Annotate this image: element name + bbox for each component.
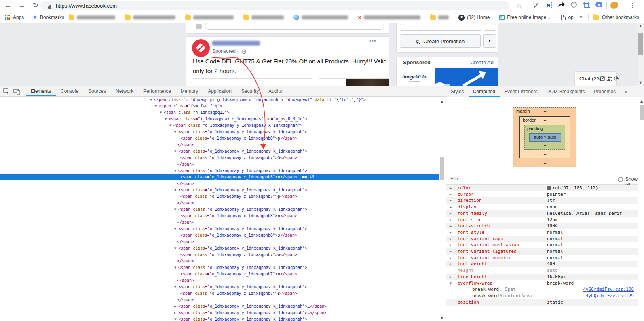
- computed-property-row[interactable]: ▶font-size12px: [446, 217, 638, 223]
- reload-button[interactable]: ↻: [31, 1, 40, 10]
- devtools-tab-network[interactable]: Network: [111, 86, 138, 96]
- devtools-tab-security[interactable]: Security: [236, 86, 264, 96]
- devtools-tab-console[interactable]: Console: [56, 86, 83, 96]
- chat-compose-icon[interactable]: [600, 76, 605, 83]
- sidebar-scrollbar[interactable]: ▲: [639, 97, 644, 321]
- dom-tree-row[interactable]: </span>: [0, 142, 439, 148]
- dom-tree-row[interactable]: ▼<span class="o_1dnxaqpnay y_1dnxaqpnav …: [0, 129, 439, 135]
- dom-tree-row[interactable]: ▼<span class="o_1dnxaqpnay y_1dnxaqpnav …: [0, 187, 439, 193]
- promotion-input-small[interactable]: [484, 24, 496, 31]
- devtools-tab-elements[interactable]: Elements: [26, 86, 56, 96]
- loading-extension-icon[interactable]: [571, 2, 577, 8]
- dom-tree-row[interactable]: </span>: [0, 277, 439, 284]
- page-scrollbar[interactable]: ▲ ▼: [638, 23, 644, 86]
- computed-property-row[interactable]: ▶cursorpointer: [446, 191, 638, 198]
- dom-tree-row[interactable]: </span>: [0, 219, 439, 226]
- sidebar-tab-properties[interactable]: Properties: [589, 86, 620, 97]
- devtools-tab-application[interactable]: Application: [203, 86, 236, 96]
- dom-tree-row[interactable]: ▼<span class="o_1dnxaqpnay y_1dnxaqpnav …: [0, 264, 439, 271]
- dom-tree-row[interactable]: <span class="o_1dnxaqpnay x_1dnxaqpnb8">…: [0, 174, 439, 180]
- computed-property-row[interactable]: ▼overflow-wrapbreak-word: [446, 280, 638, 287]
- bookmark-item[interactable]: op: [561, 15, 573, 20]
- device-toolbar-icon[interactable]: [13, 88, 20, 97]
- elements-scroll-thumb[interactable]: [440, 157, 444, 180]
- sidebar-tab-computed[interactable]: Computed: [469, 86, 500, 97]
- computed-property-row[interactable]: ▶line-height16.08px: [446, 274, 638, 280]
- dom-tree-row[interactable]: ▼<span class="o_1dnxaqpnay y_1dnxaqpnav …: [0, 284, 439, 290]
- comment-input[interactable]: [205, 23, 384, 30]
- dom-tree-row[interactable]: </span>: [0, 180, 439, 187]
- inspect-element-icon[interactable]: [3, 88, 10, 97]
- scroll-up-icon[interactable]: ▲: [639, 24, 642, 28]
- devtools-tab-sources[interactable]: Sources: [83, 86, 111, 96]
- scroll-down-icon[interactable]: ▼: [639, 81, 642, 84]
- dom-tree-row[interactable]: ▼<span class="o_1dnxaqpnay y_1dnxaqpnav …: [0, 206, 439, 213]
- browser-menu-icon[interactable]: [630, 2, 635, 10]
- promotion-input[interactable]: [400, 24, 481, 31]
- ad-banner[interactable]: imagekit.io: [397, 68, 498, 86]
- bookmark-item[interactable]: X: [358, 15, 420, 21]
- dom-tree-row[interactable]: </span>: [0, 239, 439, 245]
- share-extension-icon[interactable]: [558, 2, 565, 10]
- dom-tree-row[interactable]: <span class="o_1dnxaqpnay z_1dnxaqpnb7">…: [0, 252, 439, 258]
- redacted-page-name[interactable]: [212, 41, 260, 46]
- dom-tree-row[interactable]: ▼<span class="o_1dnxaqpnay y_1dnxaqpnav …: [0, 122, 439, 129]
- dom-tree-row[interactable]: </span>: [0, 161, 439, 168]
- forward-button[interactable]: →: [17, 1, 27, 10]
- dom-tree-row[interactable]: ▼<span class="o_1dnxaqpnay y_1dnxaqpnav …: [0, 316, 439, 321]
- other-bookmarks-label[interactable]: Other bookmarks: [602, 15, 639, 20]
- screenshot-extension-icon[interactable]: [583, 2, 590, 10]
- css-source-link[interactable]: 4yGQrdmiFzv.css:108: [583, 286, 634, 293]
- dom-tree-row[interactable]: <span class="o_1dnxaqpnay z_1dnxaqpnb7">…: [0, 155, 439, 161]
- page-scroll-thumb[interactable]: [638, 33, 643, 55]
- dom-tree-row[interactable]: ▼<span class="o_1dnxaqpnay y_1dnxaqpnav …: [0, 148, 439, 155]
- show-all-checkbox[interactable]: [618, 177, 623, 182]
- bookmark-item[interactable]: [125, 15, 175, 20]
- profile-avatar[interactable]: [610, 2, 618, 9]
- dom-tree-row[interactable]: <span class="o_1dnxaqpnay z_1dnxaqpnb7">…: [0, 271, 439, 277]
- filter-input[interactable]: [450, 176, 572, 182]
- dom-tree-row[interactable]: ▼<span class="m_1dnxaqp-pr g_1dnxaqr7nw …: [0, 97, 439, 103]
- bookmark-item[interactable]: [243, 15, 284, 20]
- computed-property-source-row[interactable]: break-word._5pat4yGQrdmiFzv.css:108: [446, 286, 638, 293]
- notes-extension-icon[interactable]: N: [545, 2, 552, 8]
- dom-tree-row[interactable]: <span class="o_1dnxaqpnay z_1dnxaqpnb7">…: [0, 193, 439, 200]
- computed-property-row[interactable]: ▶font-variant-east-asiannormal: [446, 242, 638, 248]
- back-button[interactable]: ←: [3, 1, 13, 10]
- computed-property-row[interactable]: ▶displaynone: [446, 204, 638, 210]
- dom-tree-row[interactable]: <span class="o_1dnxaqpnay z_1dnxaqpnb7">…: [0, 290, 439, 297]
- box-model-content[interactable]: auto × auto: [529, 133, 561, 142]
- computed-property-row[interactable]: ▶colorrgb(97, 103, 112): [446, 185, 638, 191]
- computed-property-row[interactable]: ▶font-stretch100%: [446, 223, 638, 229]
- computed-property-row[interactable]: ▶font-familyHelvetica, Arial, sans-serif: [446, 210, 638, 217]
- dom-tree-row[interactable]: </span>: [0, 258, 439, 264]
- dom-tree-row[interactable]: ▶<span class="o_1dnxaqpnay y_1dnxaqpnav …: [0, 310, 439, 316]
- computed-property-row[interactable]: ▶font-variant-capsnormal: [446, 236, 638, 242]
- dom-tree-row[interactable]: </span>: [0, 200, 439, 206]
- page-avatar[interactable]: [192, 39, 210, 57]
- dom-tree-row[interactable]: </span>: [0, 297, 439, 303]
- promotion-dropdown-button[interactable]: ▼: [483, 34, 496, 48]
- address-bar[interactable]: https://www.facebook.com: [40, 1, 509, 10]
- dom-tree-row[interactable]: ▼<span class="o_1dnxaqpnay y_1dnxaqpnav …: [0, 168, 439, 174]
- scroll-up-icon[interactable]: ▲: [640, 99, 643, 103]
- dom-tree-row[interactable]: ▼<span class="o_1dnxaqpnay y_1dnxaqpnav …: [0, 226, 439, 232]
- scroll-down-icon[interactable]: ▼: [441, 316, 443, 320]
- post-menu-icon[interactable]: •••: [369, 38, 376, 44]
- dom-tree-row[interactable]: ▶<span class="o_1dnxaqpnay y_1dnxaqpnav …: [0, 303, 439, 310]
- chat-add-person-icon[interactable]: [607, 76, 612, 83]
- dom-tree-row[interactable]: <span class="o_1dnxaqpnay x_1dnxaqpnb8">…: [0, 213, 439, 219]
- chat-bar[interactable]: Chat (23): [574, 71, 616, 86]
- bookmark-star-icon[interactable]: ☆: [514, 1, 524, 10]
- bookmark-item[interactable]: Free online Image ...: [499, 15, 551, 20]
- dom-tree-row[interactable]: ▼<span class="h_1dnxaqpq13">: [0, 109, 439, 116]
- dom-tree-row[interactable]: ▼<span class="fsm fwn fcg">: [0, 103, 439, 109]
- post-image-leather[interactable]: [319, 78, 389, 86]
- css-source-link[interactable]: 4yGQrdmiFzv.css:29: [586, 293, 634, 299]
- computed-property-source-row[interactable]: break-word#contentArea4yGQrdmiFzv.css:29: [446, 293, 638, 299]
- bookmark-item[interactable]: [293, 15, 348, 20]
- sidebar-tab-styles[interactable]: Styles: [446, 86, 469, 97]
- computed-property-row[interactable]: ▶directionltr: [446, 197, 638, 204]
- computed-property-row[interactable]: positionstatic: [446, 299, 638, 306]
- apps-label[interactable]: Apps: [13, 15, 24, 20]
